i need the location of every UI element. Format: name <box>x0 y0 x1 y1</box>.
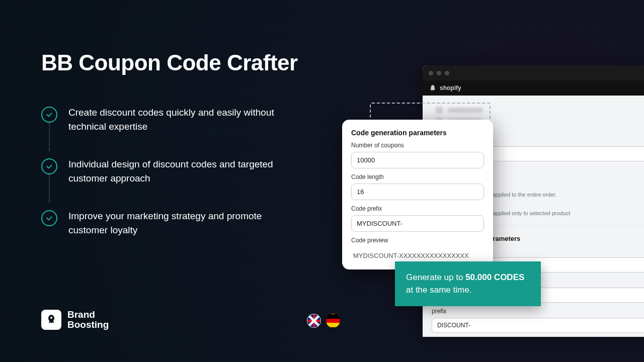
code-prefix-input[interactable]: MYDISCOUNT- <box>351 215 484 232</box>
check-icon <box>41 210 57 226</box>
feature-item: Improve your marketing strategy and prom… <box>41 209 303 237</box>
shopify-label: shopify <box>440 84 461 92</box>
check-icon <box>41 158 57 174</box>
len-label: Code length <box>351 173 484 180</box>
params-card: Code generation parameters Number of cou… <box>342 120 493 269</box>
rocket-icon <box>41 310 61 330</box>
feature-text: Individual design of discount codes and … <box>68 157 280 185</box>
connector-line <box>49 174 50 203</box>
prefix-label: prefix <box>432 308 644 315</box>
feature-list: Create discount codes quickly and easily… <box>41 106 303 261</box>
brand-name: Brand Boosting <box>67 310 109 330</box>
brand-line2: Boosting <box>67 320 109 330</box>
preview-label: Code preview <box>351 237 484 244</box>
num-label: Number of coupons <box>351 142 484 149</box>
feature-text: Create discount codes quickly and easily… <box>68 106 280 133</box>
feature-item: Individual design of discount codes and … <box>41 157 303 185</box>
flag-uk-icon[interactable] <box>307 314 321 328</box>
number-of-coupons-input[interactable]: 10000 <box>351 152 484 168</box>
callout-post: at the same time. <box>406 285 471 295</box>
shopify-header: shopify <box>423 80 644 96</box>
window-controls <box>423 65 644 80</box>
callout-pre: Generate up to <box>406 273 465 282</box>
code-preview: MYDISCOUNT-XXXXXXXXXXXXXXXX <box>351 247 484 259</box>
prefix-input[interactable]: DISCOUNT- <box>432 318 644 333</box>
window-dot-icon <box>429 71 433 75</box>
mockup-stage: shopify Discount name Example Discount D… <box>322 60 644 342</box>
callout-banner: Generate up to 50.000 CODES at the same … <box>395 261 541 306</box>
feature-text: Improve your marketing strategy and prom… <box>68 209 280 237</box>
code-length-input[interactable]: 16 <box>351 184 484 200</box>
feature-item: Create discount codes quickly and easily… <box>41 106 303 133</box>
window-dot-icon <box>437 71 441 75</box>
page-title: BB Coupon Code Crafter <box>41 50 298 75</box>
card-title: Code generation parameters <box>351 129 484 137</box>
callout-bold: 50.000 CODES <box>465 273 524 282</box>
brand-line1: Brand <box>67 310 109 320</box>
connector-line <box>49 123 50 151</box>
window-dot-icon <box>445 71 449 75</box>
shopify-icon <box>430 84 437 92</box>
check-icon <box>41 107 57 123</box>
prefix-label: Code prefix <box>351 205 484 212</box>
brand-logo: Brand Boosting <box>41 310 109 330</box>
